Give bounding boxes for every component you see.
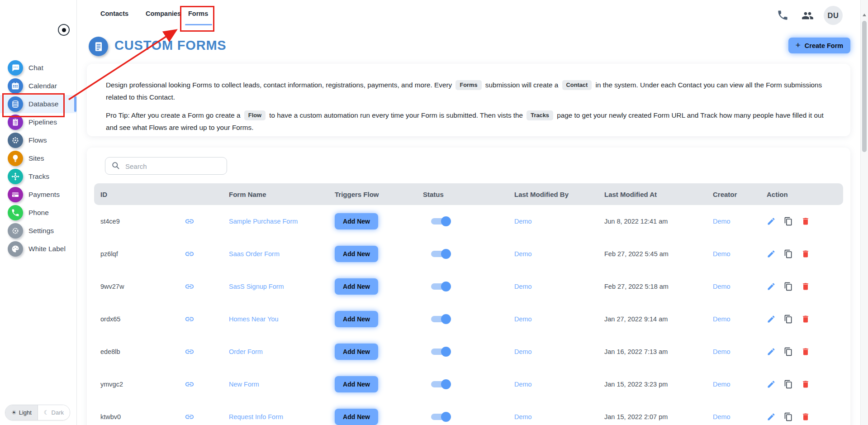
status-toggle[interactable] [431,379,451,389]
copy-icon[interactable] [784,282,793,291]
delete-icon[interactable] [801,249,810,258]
creator-link[interactable]: Demo [713,348,767,355]
sidebar-item-white-label[interactable]: White Label [0,240,76,258]
status-toggle[interactable] [431,347,451,357]
last-modified-by-link[interactable]: Demo [514,348,604,355]
last-modified-by-link[interactable]: Demo [514,381,604,388]
last-modified-at-cell: Jan 16, 2022 7:13 am [604,348,713,355]
edit-icon[interactable] [767,217,776,226]
creator-link[interactable]: Demo [713,250,767,258]
column-header-creator: Creator [713,191,767,198]
form-link-icon[interactable] [185,282,194,291]
form-link-icon[interactable] [185,347,194,357]
page-scrollbar[interactable] [860,0,868,425]
form-link-icon[interactable] [185,216,194,226]
flows-icon [8,133,23,148]
calendar-icon [8,78,23,94]
avatar[interactable]: DU [824,6,843,25]
copy-icon[interactable] [784,347,793,356]
form-link-icon[interactable] [185,249,194,259]
scroll-up-arrow-icon[interactable] [863,14,866,16]
form-name-link[interactable]: Homes Near You [229,315,335,323]
search-input[interactable] [124,158,221,175]
sidebar-item-phone[interactable]: Phone [0,204,76,222]
creator-link[interactable]: Demo [713,381,767,388]
status-toggle[interactable] [431,412,451,422]
sidebar-collapse-toggle-icon[interactable] [58,24,70,36]
record-dot-icon [62,28,66,32]
page-title: CUSTOM FORMS [114,38,227,53]
add-new-flow-button[interactable]: Add New [335,246,378,262]
theme-light-button[interactable]: ☀ Light [5,405,38,420]
scrollbar-thumb[interactable] [862,21,867,152]
column-header-form-name: Form Name [229,191,335,198]
sidebar-item-flows[interactable]: Flows [0,131,76,149]
last-modified-by-link[interactable]: Demo [514,283,604,290]
last-modified-by-link[interactable]: Demo [514,250,604,258]
form-name-link[interactable]: New Form [229,381,335,388]
status-toggle[interactable] [431,249,451,259]
inline-tag-forms: Forms [455,80,481,90]
edit-icon[interactable] [767,315,776,324]
copy-icon[interactable] [784,412,793,421]
theme-toggle: ☀ Light ☾ Dark [5,405,70,420]
form-name-link[interactable]: Request Info Form [229,413,335,420]
sidebar-item-label: Chat [28,64,43,72]
theme-dark-button[interactable]: ☾ Dark [38,405,70,420]
delete-icon[interactable] [801,217,810,226]
form-name-link[interactable]: Saas Order Form [229,250,335,258]
add-new-flow-button[interactable]: Add New [335,376,378,392]
tab-contacts[interactable]: Contacts [100,10,128,17]
add-new-flow-button[interactable]: Add New [335,344,378,360]
sidebar-item-calendar[interactable]: Calendar [0,77,76,95]
phone-icon[interactable] [777,9,789,23]
creator-link[interactable]: Demo [713,315,767,323]
contacts-people-icon[interactable] [802,10,814,24]
edit-icon[interactable] [767,347,776,356]
form-id-cell: pz6lqf [100,250,150,258]
edit-icon[interactable] [767,412,776,421]
add-new-flow-button[interactable]: Add New [335,213,378,229]
add-new-flow-button[interactable]: Add New [335,311,378,327]
creator-link[interactable]: Demo [713,218,767,225]
add-new-flow-button[interactable]: Add New [335,409,378,425]
column-header-last-modified-at: Last Modified At [604,191,713,198]
creator-link[interactable]: Demo [713,413,767,420]
last-modified-by-link[interactable]: Demo [514,218,604,225]
edit-icon[interactable] [767,249,776,258]
chat-icon [8,60,23,76]
delete-icon[interactable] [801,315,810,324]
form-link-icon[interactable] [185,314,194,324]
delete-icon[interactable] [801,380,810,389]
copy-icon[interactable] [784,315,793,324]
edit-icon[interactable] [767,282,776,291]
last-modified-by-link[interactable]: Demo [514,413,604,420]
form-name-link[interactable]: Sample Purchase Form [229,218,335,225]
delete-icon[interactable] [801,347,810,356]
edit-icon[interactable] [767,380,776,389]
sidebar-item-tracks[interactable]: Tracks [0,167,76,186]
sidebar-item-sites[interactable]: Sites [0,149,76,167]
status-toggle[interactable] [431,216,451,226]
creator-link[interactable]: Demo [713,283,767,290]
tab-companies[interactable]: Companies [146,10,181,17]
sidebar-item-chat[interactable]: Chat [0,59,76,77]
delete-icon[interactable] [801,412,810,421]
sidebar-item-label: Sites [28,154,44,162]
form-name-link[interactable]: SasS Signup Form [229,283,335,290]
white-label-icon [8,241,23,257]
form-name-link[interactable]: Order Form [229,348,335,355]
status-toggle[interactable] [431,282,451,291]
form-link-icon[interactable] [185,412,194,422]
copy-icon[interactable] [784,249,793,258]
delete-icon[interactable] [801,282,810,291]
create-form-button[interactable]: + Create Form [788,38,850,53]
last-modified-by-link[interactable]: Demo [514,315,604,323]
status-toggle[interactable] [431,314,451,324]
copy-icon[interactable] [784,217,793,226]
sidebar-item-payments[interactable]: Payments [0,186,76,204]
sidebar-item-settings[interactable]: Settings [0,222,76,240]
add-new-flow-button[interactable]: Add New [335,278,378,295]
form-link-icon[interactable] [185,379,194,389]
copy-icon[interactable] [784,380,793,389]
